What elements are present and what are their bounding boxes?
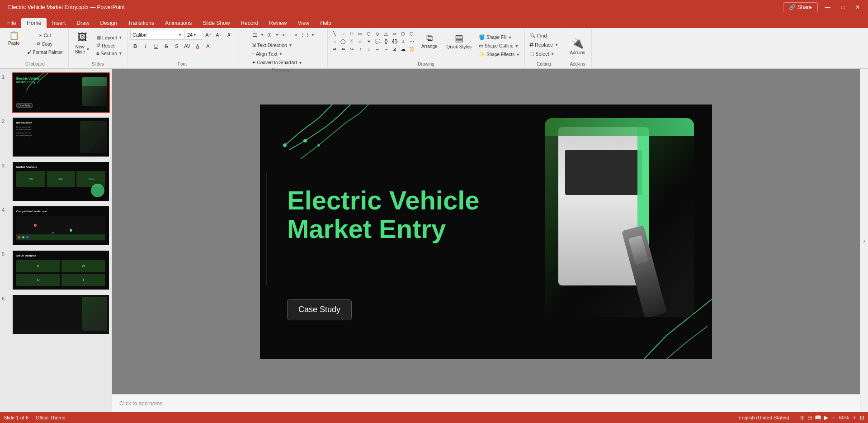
shape-rarrow[interactable]: → [382, 45, 390, 52]
zoom-in-button[interactable]: ＋ [852, 414, 857, 422]
shape-darrow[interactable]: ↓ [365, 45, 373, 52]
shape-equation[interactable]: ± [399, 38, 407, 45]
slide-thumb-4[interactable]: 4 Competitive Landscape [2, 205, 110, 246]
shape-line[interactable]: ╲ [330, 30, 339, 37]
increase-font-button[interactable]: A⁺ [203, 30, 213, 40]
shape-blockarrow[interactable]: ⇒ [330, 45, 339, 52]
shadow-button[interactable]: S [172, 41, 182, 51]
shape-brace[interactable]: ⦃⦄ [391, 38, 399, 45]
arrange-button[interactable]: ⧉ Arrange [418, 31, 441, 51]
maximize-button[interactable]: □ [838, 3, 848, 11]
shape-rect[interactable]: □ [348, 30, 356, 37]
slide-thumb-5[interactable]: 5 SWOT Analysis S W O T [2, 250, 110, 290]
find-button[interactable]: 🔍 Find [528, 32, 548, 39]
shape-larrow[interactable]: ← [373, 45, 382, 52]
replace-button[interactable]: ⇄ Replace ▼ [528, 41, 560, 48]
slide-thumb-1[interactable]: 1 Electric VehicleMarket Entry Case Stud… [2, 72, 110, 113]
section-button[interactable]: ≡ Section ▼ [94, 50, 124, 57]
shape-uarrow[interactable]: ↑ [356, 45, 364, 52]
tab-file[interactable]: File [2, 18, 21, 28]
bold-button[interactable]: B [130, 41, 140, 51]
shape-callout[interactable]: 💬 [373, 38, 382, 45]
slide-img-5[interactable]: SWOT Analysis S W O T [12, 250, 110, 290]
paste-button[interactable]: 📋 Paste [5, 30, 24, 48]
presenter-view-button[interactable]: ▶ [824, 414, 828, 421]
shape-star6[interactable]: ✶ [365, 38, 373, 45]
shape-oval[interactable]: ◯ [339, 38, 347, 45]
shape-parallelogram[interactable]: ▱ [391, 30, 399, 37]
shape-effects-button[interactable]: ✨ Shape Effects ▼ [477, 51, 522, 58]
shape-pentagon[interactable]: ⬠ [399, 30, 407, 37]
copy-button[interactable]: ⧉ Copy [24, 40, 66, 48]
tab-home[interactable]: Home [21, 18, 47, 28]
format-painter-button[interactable]: 🖌 Format Painter [24, 48, 66, 56]
shape-doublearrow[interactable]: ⇔ [339, 45, 347, 52]
notes-bar[interactable]: Click to add notes [112, 394, 860, 412]
shape-triangle[interactable]: △ [382, 30, 390, 37]
slide-img-3[interactable]: Market Analysis TAM SAM SOM [12, 161, 110, 202]
clear-format-button[interactable]: ✗ [224, 30, 234, 40]
numbering-button[interactable]: ① [264, 30, 274, 40]
shape-notch[interactable]: ⊿ [391, 45, 399, 52]
underline-button[interactable]: U [151, 41, 161, 51]
tab-view[interactable]: View [292, 18, 315, 28]
slide-img-1[interactable]: Electric VehicleMarket Entry Case Study [12, 72, 110, 113]
columns-button[interactable]: ⋮⋮ [300, 30, 310, 40]
text-direction-button[interactable]: ⇲ Text Direction ▼ [250, 41, 295, 49]
zoom-out-button[interactable]: － [831, 414, 836, 422]
minimize-button[interactable]: — [821, 3, 834, 11]
tab-transitions[interactable]: Transitions [123, 18, 160, 28]
shape-outline-button[interactable]: ▭ Shape Outline ▼ [477, 42, 522, 50]
highlight-button[interactable]: A [203, 41, 213, 51]
quick-styles-button[interactable]: ▤ Quick Styles [443, 31, 476, 51]
italic-button[interactable]: I [141, 41, 151, 51]
slide-img-4[interactable]: Competitive Landscape [12, 205, 110, 246]
shape-star5[interactable]: ☆ [356, 38, 364, 45]
slide-canvas[interactable]: Electric Vehicle Market Entry Case Study [112, 69, 860, 394]
convert-smartart-button[interactable]: ✦ Convert to SmartArt ▼ [250, 59, 304, 67]
decrease-font-button[interactable]: A⁻ [214, 30, 224, 40]
shape-trapezoid[interactable]: ⬡ [365, 30, 373, 37]
shape-hexagon[interactable]: ⬡ [408, 30, 416, 37]
strikethrough-button[interactable]: S [161, 41, 171, 51]
tab-design[interactable]: Design [94, 18, 122, 28]
tab-record[interactable]: Record [235, 18, 264, 28]
normal-view-button[interactable]: ⊞ [800, 414, 805, 421]
cut-button[interactable]: ✂ Cut [24, 32, 66, 39]
fit-window-button[interactable]: ⊡ [860, 414, 864, 421]
bullets-button[interactable]: ☰ [250, 30, 260, 40]
increase-indent-button[interactable]: ⇥ [290, 30, 300, 40]
tab-draw[interactable]: Draw [71, 18, 94, 28]
tab-slideshow[interactable]: Slide Show [197, 18, 235, 28]
font-color-button[interactable]: A [193, 41, 203, 51]
shape-arrow-line[interactable]: → [339, 30, 347, 37]
close-button[interactable]: ✕ [852, 3, 863, 11]
tab-animations[interactable]: Animations [160, 18, 197, 28]
shape-scroll[interactable]: 📜 [408, 45, 416, 52]
shape-curvedarrow[interactable]: ↪ [348, 45, 356, 52]
shape-circle[interactable]: ○ [330, 38, 339, 45]
share-button[interactable]: 🔗 Share [783, 2, 817, 12]
slide-thumb-3[interactable]: 3 Market Analysis TAM SAM SOM [2, 161, 110, 202]
reset-button[interactable]: ↺ Reset [94, 42, 124, 49]
tab-review[interactable]: Review [264, 18, 292, 28]
font-name-selector[interactable]: Calibri ▼ [130, 30, 184, 40]
tab-help[interactable]: Help [315, 18, 337, 28]
collapse-icon[interactable]: › [863, 237, 865, 244]
align-text-button[interactable]: ≡ Align Text ▼ [250, 50, 285, 57]
reading-view-button[interactable]: 📖 [815, 414, 821, 421]
font-size-selector[interactable]: 24 ▼ [185, 30, 203, 40]
slide-thumb-2[interactable]: 2 Introduction Lorem ipsum dolorsit amet… [2, 117, 110, 157]
select-button[interactable]: ⬚ Select ▼ [528, 50, 557, 57]
addins-button[interactable]: 🔌 Add-ins [566, 36, 589, 57]
slide-thumb-6[interactable]: 6 [2, 294, 110, 335]
shape-cloud[interactable]: ☁ [399, 45, 407, 52]
tab-insert[interactable]: Insert [47, 18, 71, 28]
shape-fill-button[interactable]: 🪣 Shape Fill ▼ [477, 33, 522, 41]
shape-rounded-rect[interactable]: ▭ [356, 30, 364, 37]
new-slide-button[interactable]: 🖼 New Slide ▼ [71, 30, 94, 56]
shape-bracket[interactable]: {} [382, 38, 390, 45]
char-spacing-button[interactable]: AV [182, 41, 192, 51]
decrease-indent-button[interactable]: ⇤ [279, 30, 289, 40]
shape-more[interactable]: ⋯ [408, 38, 416, 45]
